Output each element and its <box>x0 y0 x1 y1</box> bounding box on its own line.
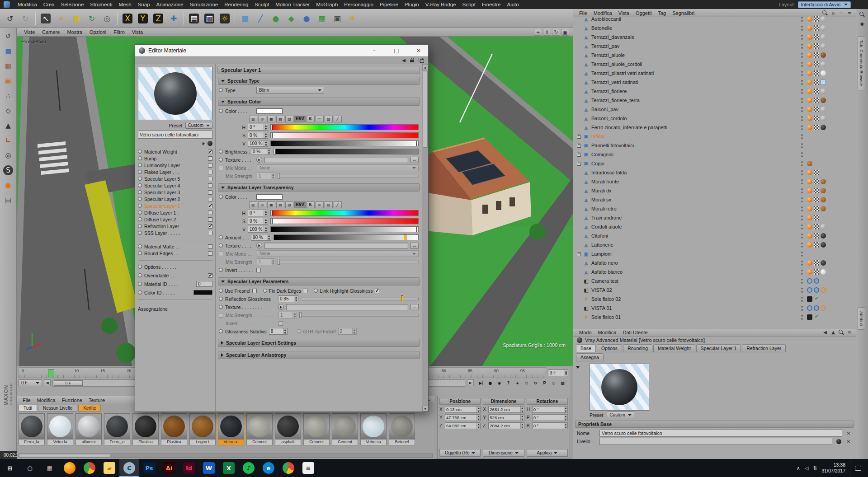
start-button[interactable]: ⊞ <box>0 459 20 477</box>
chrome-icon[interactable] <box>80 459 99 477</box>
mix-strength-field[interactable]: 1▲▼ <box>257 258 275 265</box>
visibility-dots[interactable] <box>801 315 805 320</box>
menu-item[interactable]: Texture <box>85 398 108 403</box>
task-view-button[interactable]: ▦ <box>40 459 60 477</box>
attribute-tab[interactable]: Base <box>576 344 596 352</box>
object-row[interactable]: Sole fisico 01 <box>573 313 856 322</box>
mix-strength-slider[interactable] <box>278 173 419 179</box>
object-name[interactable]: Intradosso falda <box>591 170 797 175</box>
assignment-label[interactable]: Assegnazione <box>138 306 212 312</box>
new-window-icon[interactable] <box>419 58 424 62</box>
channel-checkbox[interactable] <box>208 224 212 229</box>
object-tag-icon[interactable] <box>807 305 812 311</box>
color-spectrum-icon[interactable]: ▧ <box>285 116 293 122</box>
object-name[interactable]: Lattonerie <box>591 242 797 248</box>
material-thumbnail[interactable]: asphalt <box>275 413 301 452</box>
channel-checkbox[interactable] <box>208 190 212 195</box>
visibility-dots[interactable] <box>801 224 805 229</box>
object-tag-icon[interactable] <box>814 107 819 112</box>
taskbar-clock[interactable]: 13:38 31/07/2017 <box>821 462 845 474</box>
content-browser-tab[interactable]: Tab. Contenuto Browser <box>858 36 865 90</box>
close-button[interactable]: ✕ <box>409 45 428 56</box>
material-name-input[interactable]: Vetro scuro celle fotovoltaici <box>138 131 212 139</box>
channel-enable-icon[interactable] <box>138 170 142 174</box>
object-tag-icon[interactable] <box>814 269 819 275</box>
options-label[interactable]: Options . . . . . . <box>144 264 212 270</box>
preset-dropdown[interactable]: Custom <box>185 122 212 129</box>
key-rotation-icon[interactable]: ↻ <box>532 379 539 387</box>
object-row[interactable]: Terrazzi_aiuole <box>573 51 856 60</box>
maximize-view-icon[interactable]: ▣ <box>561 29 569 36</box>
material-thumbnail[interactable]: Vetro sc <box>218 413 244 452</box>
object-row[interactable]: Terrazzi_fioriere_terra <box>573 96 856 105</box>
visibility-dots[interactable] <box>801 125 805 130</box>
object-row[interactable]: Betonelle <box>573 23 856 33</box>
attribute-tab[interactable]: Options <box>597 344 622 352</box>
object-tag-icon[interactable] <box>821 43 826 49</box>
dialog-scrollbar[interactable]: ▲ ▼ <box>422 64 428 412</box>
menu-item[interactable]: File <box>19 398 34 403</box>
object-row[interactable]: Camera test <box>573 276 856 285</box>
channel-enable-icon[interactable] <box>138 197 142 201</box>
object-tag-icon[interactable] <box>821 25 826 31</box>
value-field[interactable]: 100 %▲▼ <box>248 226 268 233</box>
object-tag-icon[interactable] <box>807 296 812 302</box>
hsv-button[interactable]: HSV <box>294 201 306 208</box>
type-dropdown[interactable]: Blinn <box>256 87 324 94</box>
reflection-glossiness-slider[interactable] <box>301 296 419 302</box>
indesign-icon[interactable]: Id <box>179 459 199 477</box>
coordinate-field[interactable]: 0 °▲▼ <box>532 414 568 421</box>
material-thumbnail[interactable]: Cement <box>303 413 330 452</box>
color-picture-icon[interactable]: ▤ <box>276 201 284 208</box>
object-tag-icon[interactable] <box>814 287 819 293</box>
k-button[interactable]: K <box>307 201 315 208</box>
channel-checkbox[interactable] <box>208 177 212 181</box>
gtr-tail-falloff-field[interactable]: 2▲▼ <box>338 328 357 335</box>
material-thumbnail[interactable]: allumini <box>75 413 102 452</box>
channel-enable-icon[interactable] <box>138 177 142 181</box>
coordinate-field[interactable]: 47.766 cm▲▼ <box>445 414 481 421</box>
object-tag-icon[interactable] <box>807 52 812 58</box>
visibility-dots[interactable] <box>801 306 805 311</box>
object-tag-icon[interactable] <box>814 116 819 121</box>
object-tag-icon[interactable] <box>821 206 826 211</box>
object-name[interactable]: VISTA 01 <box>591 305 797 311</box>
channel-row[interactable]: SSS Layer . . . . . <box>138 229 212 236</box>
menu-item[interactable]: Strumenti <box>87 2 115 7</box>
object-row[interactable]: Lampioni <box>573 249 856 258</box>
lock-z-icon[interactable]: Z <box>151 11 165 26</box>
channel-label[interactable]: SSS Layer . . . . . <box>144 230 206 236</box>
color-wheel-icon[interactable]: ◎ <box>258 116 266 122</box>
color-id-swatch[interactable] <box>193 290 212 295</box>
specular-parameters-section[interactable]: Specular Layer Parameters <box>218 277 420 285</box>
channel-label[interactable]: Diffuse Layer 2 . <box>144 217 206 222</box>
object-tag-icon[interactable] <box>807 287 812 293</box>
history-up-icon[interactable]: ▲ <box>830 329 837 336</box>
object-row[interactable]: Intradosso falda <box>573 168 856 177</box>
object-tag-icon[interactable] <box>821 16 826 22</box>
axis-mode-icon[interactable]: ∟ <box>2 134 14 147</box>
channel-row[interactable]: Material Matte . . <box>138 243 212 250</box>
object-name[interactable]: Marali dx <box>591 188 797 193</box>
visibility-dots[interactable] <box>801 234 805 238</box>
channel-checkbox[interactable] <box>208 170 212 174</box>
menu-item[interactable]: Dati Utente <box>620 330 651 335</box>
level-picker-icon[interactable] <box>835 438 842 444</box>
visibility-dots[interactable] <box>801 261 805 266</box>
material-thumbnail[interactable]: Legno t <box>189 413 216 452</box>
object-name[interactable]: Lampioni <box>591 251 797 257</box>
object-tag-icon[interactable] <box>807 215 812 220</box>
points-mode-icon[interactable]: ∴ <box>2 89 14 102</box>
color-wheel-icon[interactable]: ◎ <box>258 201 266 208</box>
undo-history-icon[interactable]: ↺ <box>2 30 14 42</box>
object-tag-icon[interactable] <box>814 52 819 58</box>
menu-item[interactable]: Pipeline <box>377 2 401 7</box>
viewport-menu-item[interactable]: Vista <box>128 29 146 35</box>
object-tag-icon[interactable] <box>821 34 826 40</box>
mix-strength-slider[interactable] <box>278 259 419 265</box>
object-tag-icon[interactable] <box>807 16 812 22</box>
history-back-icon[interactable]: ◀ <box>821 329 829 336</box>
saturation-field[interactable]: 0 %▲▼ <box>248 218 268 224</box>
object-row[interactable]: Cordoli aiuole <box>573 222 856 231</box>
material-thumbnail[interactable]: Plastica <box>132 413 159 452</box>
